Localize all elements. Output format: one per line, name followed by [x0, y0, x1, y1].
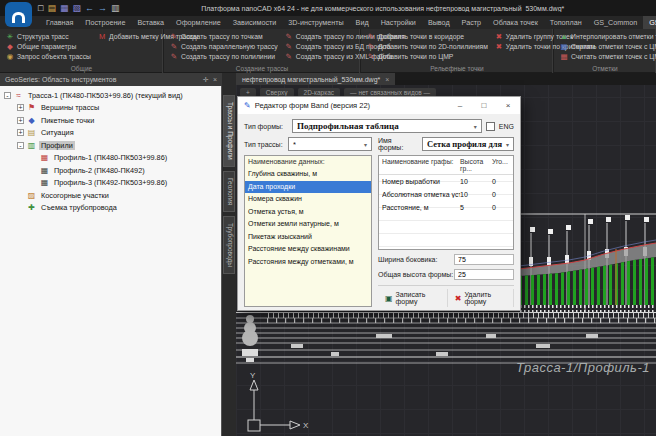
- save-icon[interactable]: ▦: [60, 1, 69, 15]
- nanocad-logo-icon[interactable]: [5, 2, 32, 27]
- tree-expand-toggle[interactable]: +: [17, 129, 24, 136]
- ribbon-button[interactable]: ▦Считать отметки точек с ЦМР авто: [560, 52, 656, 62]
- ribbon-button-icon: ◆: [6, 42, 14, 51]
- ribbon-button[interactable]: ▦Считать отметки точек с ЦМР: [560, 41, 656, 51]
- ribbon-tab[interactable]: Растр: [456, 16, 487, 29]
- data-name-item[interactable]: Дата проходки: [245, 181, 371, 194]
- tree-item[interactable]: - ▥ Профили: [0, 139, 221, 152]
- eng-checkbox[interactable]: [486, 122, 495, 131]
- form-name-combobox[interactable]: Сетка профиля для геологии 1 ▾: [422, 137, 514, 151]
- columns-table: Наименование графы: Высота гр... Уго... …: [378, 155, 514, 250]
- tree-item[interactable]: ✚ Съемка трубопровода: [0, 202, 221, 215]
- ribbon-tab[interactable]: Построение: [79, 16, 131, 29]
- palette-header: GeoSeries: Область инструментов ✛ ×: [0, 73, 222, 86]
- columns-table-rows: Номер выработки 10 0 Абсолютная отметка …: [379, 175, 513, 214]
- ribbon-tab[interactable]: Облака точек: [487, 16, 544, 29]
- dialog-title: Редактор форм Band (версия 22): [255, 101, 370, 110]
- palette-tab[interactable]: Трассы и Профили: [223, 95, 235, 167]
- drawing-canvas[interactable]: нефтепровод магистральный_530мм.dwg* × +…: [236, 73, 656, 436]
- data-name-item[interactable]: Отметки земли натурные, м: [245, 218, 371, 231]
- ribbon-tab-bar: ГлавнаяПостроениеВставкаОформлениеЗависи…: [0, 16, 656, 29]
- tree-item[interactable]: ▦ Профиль-3 (ПК492-ПК503+99.86): [0, 177, 221, 190]
- ribbon-button-icon: M: [98, 32, 106, 41]
- delete-form-button[interactable]: ✖ Удалить форму: [448, 289, 514, 307]
- tree-expand-toggle[interactable]: -: [4, 92, 11, 99]
- tree-item-icon: ≈: [14, 91, 23, 100]
- ribbon-tab[interactable]: Главная: [40, 16, 79, 29]
- tree-item[interactable]: + ⚑ Вершины трассы: [0, 102, 221, 115]
- undo-icon[interactable]: ←: [85, 1, 94, 15]
- save-as-icon[interactable]: ▧: [72, 1, 81, 15]
- ribbon-tab[interactable]: Зависимости: [227, 16, 283, 29]
- data-name-item[interactable]: Номера скважин: [245, 193, 371, 206]
- tree-item-icon: ▥: [27, 141, 36, 150]
- ribbon-group-create-trace: ✎Создать трассу по точкам✎Создать паралл…: [164, 29, 361, 73]
- maximize-button[interactable]: □: [472, 97, 496, 114]
- tree-item-icon: ◆: [27, 116, 36, 125]
- side-width-input[interactable]: [454, 254, 514, 265]
- data-name-item[interactable]: Расстояние между скважинами: [245, 243, 371, 256]
- print-icon[interactable]: ▥: [111, 1, 120, 15]
- tree-expand-toggle[interactable]: +: [17, 117, 24, 124]
- new-file-icon[interactable]: □: [38, 1, 43, 15]
- ribbon-button[interactable]: ✎Создать трассу по полилинии: [170, 52, 278, 62]
- ribbon-button[interactable]: ✎Создать параллельную трассу: [170, 41, 278, 51]
- save-form-button[interactable]: ▣ Записать форму: [378, 289, 448, 307]
- tree-item[interactable]: + ◆ Пикетные точки: [0, 114, 221, 127]
- ribbon-tab[interactable]: Оформление: [170, 16, 227, 29]
- ribbon-button[interactable]: ▲Интерполировать отметки точек: [560, 31, 656, 41]
- document-tab-close-icon[interactable]: ×: [385, 76, 389, 83]
- data-name-item[interactable]: Глубина скважины, м: [245, 168, 371, 181]
- ribbon-tab[interactable]: Топоплан: [544, 16, 588, 29]
- ribbon-button[interactable]: ◉Запрос объекта трассы: [6, 52, 91, 62]
- form-height-input[interactable]: [454, 269, 514, 280]
- document-tab[interactable]: нефтепровод магистральный_530мм.dwg* ×: [236, 73, 395, 85]
- tree-expand-toggle[interactable]: +: [17, 104, 24, 111]
- tree-item[interactable]: - ≈ Трасса-1 (ПК480-ПК503+99.86) (текущи…: [0, 89, 221, 102]
- redo-icon[interactable]: →: [98, 1, 107, 15]
- table-row[interactable]: Номер выработки 10 0: [379, 175, 513, 188]
- ribbon-button-icon: ✳: [6, 32, 14, 41]
- ribbon-button[interactable]: ◆Общие параметры: [6, 41, 91, 51]
- close-icon[interactable]: ×: [213, 76, 217, 84]
- ribbon-group-label: Общие: [0, 65, 163, 72]
- data-name-item[interactable]: Расстояния между отметками, м: [245, 256, 371, 269]
- palette-tab[interactable]: Трубопроводы: [223, 216, 235, 274]
- pin-icon[interactable]: ✛: [203, 76, 209, 84]
- ribbon-tab[interactable]: GS_Trace: [643, 16, 656, 29]
- table-row[interactable]: Расстояние, м 5 0: [379, 201, 513, 214]
- close-button[interactable]: ×: [496, 97, 520, 114]
- ribbon-button[interactable]: ✎Добавить точки в коридоре: [367, 31, 488, 41]
- dialog-title-bar[interactable]: ✎ Редактор форм Band (версия 22) – □ ×: [238, 97, 520, 114]
- minimize-button[interactable]: –: [448, 97, 472, 114]
- tree-item[interactable]: ▨ Косогорные участки: [0, 189, 221, 202]
- ribbon-tab[interactable]: Вывод: [422, 16, 456, 29]
- ribbon-tab[interactable]: Настройки: [375, 16, 422, 29]
- profile-title-annotation: Трасса-1/Профиль-1: [516, 360, 650, 375]
- open-icon[interactable]: ▤: [47, 1, 56, 15]
- ribbon-tab[interactable]: GS_Common: [588, 16, 644, 29]
- title-bar: □▤▦▧←→▥ Платформа nanoCAD x64 24 - не дл…: [0, 0, 656, 16]
- tree-expand-toggle[interactable]: -: [17, 142, 24, 149]
- tree-item[interactable]: ▦ Профиль-1 (ПК480-ПК503+99.86): [0, 152, 221, 165]
- palette-tab[interactable]: Геология: [223, 171, 235, 212]
- save-form-icon: ▣: [385, 294, 393, 303]
- tree-item-icon: ⚑: [27, 103, 36, 112]
- ribbon-tab[interactable]: 3D-инструменты: [282, 16, 349, 29]
- ribbon-button-icon: ✎: [170, 32, 178, 41]
- ribbon-tab[interactable]: Вид: [350, 16, 375, 29]
- trace-type-combobox[interactable]: * ▾: [288, 137, 372, 151]
- columns-table-header: Наименование графы: Высота гр... Уго...: [379, 156, 513, 175]
- tree-item[interactable]: ▦ Профиль-2 (ПК480-ПК492): [0, 164, 221, 177]
- table-row[interactable]: Абсолютная отметка устья в... 10 0: [379, 188, 513, 201]
- data-name-item[interactable]: Отметка устья, м: [245, 206, 371, 219]
- form-type-combobox[interactable]: Подпрофильная таблица ▾: [292, 119, 482, 133]
- ribbon-tab[interactable]: Вставка: [131, 16, 170, 29]
- trace-type-label: Тип трассы:: [244, 141, 284, 148]
- ribbon-button[interactable]: ✳Структура трасс: [6, 31, 91, 41]
- data-name-item[interactable]: Пикетаж изысканий: [245, 231, 371, 244]
- ribbon-button[interactable]: ✎Добавить точки по 2D-полилиниям: [367, 41, 488, 51]
- tree-item[interactable]: + ▤ Ситуация: [0, 127, 221, 140]
- ribbon-button[interactable]: ✎Создать трассу по точкам: [170, 31, 278, 41]
- ribbon-button[interactable]: ✎Добавить точки по ЦМР: [367, 52, 488, 62]
